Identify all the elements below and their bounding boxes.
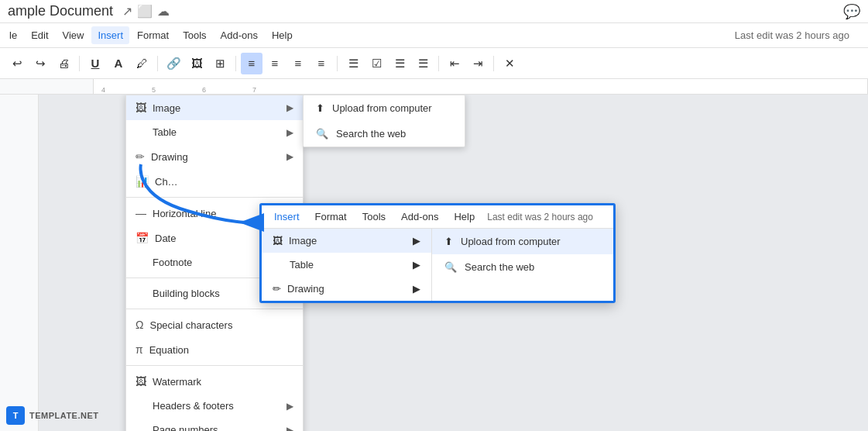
overlay-last-edit: Last edit was 2 hours ago (487, 212, 593, 222)
submenu-search-web-label: Search the web (336, 128, 406, 140)
title-text: ample Document (8, 3, 113, 19)
toolbar-divider-1 (79, 56, 80, 71)
align-right-icon[interactable]: ≡ (287, 53, 309, 74)
submenu-upload[interactable]: ⬆ Upload from computer (304, 95, 465, 121)
chart-menu-icon: 📊 (136, 175, 149, 188)
submenu-upload-label: Upload from computer (332, 102, 432, 114)
menu-date-label: Date (155, 233, 176, 244)
menu-item-help[interactable]: Help (266, 26, 299, 44)
page-numbers-arrow: ▶ (286, 425, 293, 432)
menu-item-tools[interactable]: Tools (177, 26, 212, 44)
overlay-insert[interactable]: Insert (268, 208, 306, 226)
search-web-icon: 🔍 (316, 128, 328, 140)
ruler-mark-4: 4 (101, 86, 105, 94)
menu-hline-label: Horizontal line (153, 208, 216, 219)
table-icon[interactable]: ⊞ (209, 53, 231, 74)
menu-special-chars[interactable]: Ω Special characters (126, 312, 303, 337)
menu-headers-footers[interactable]: Headers & footers ▶ (126, 394, 303, 418)
ruler-mark-7: 7 (252, 86, 256, 94)
ruler-mark-6: 6 (202, 86, 206, 94)
toolbar-divider-5 (438, 56, 439, 71)
left-sidebar (0, 95, 39, 431)
menu-item-insert[interactable]: Insert (91, 26, 129, 44)
overlay-search-web-icon: 🔍 (444, 261, 457, 273)
overlay-drawing-icon: ✏ (273, 283, 281, 295)
link-icon[interactable]: 🔗 (163, 53, 184, 74)
clear-format-icon[interactable]: ✕ (499, 53, 520, 74)
list-icon[interactable]: ☰ (389, 53, 410, 74)
drawing-menu-icon: ✏ (136, 150, 145, 163)
menu-item-edit[interactable]: Edit (25, 26, 54, 44)
numbered-list-icon[interactable]: ☰ (412, 53, 434, 74)
title-bar-icons: ↗ ⬜ ☁ (122, 4, 170, 19)
menu-building-blocks-label: Building blocks (153, 288, 220, 299)
template-logo: T (6, 406, 25, 425)
overlay-menubar: Insert Format Tools Add-ons Help Last ed… (262, 205, 613, 229)
overlay-format[interactable]: Format (309, 208, 353, 226)
image-icon[interactable]: 🖼 (186, 53, 208, 74)
overlay-image-icon: 🖼 (273, 235, 283, 247)
font-color-icon[interactable]: A (108, 53, 129, 74)
menu-chart[interactable]: 📊 Ch… (126, 169, 303, 194)
toolbar: ↩ ↪ 🖨 U A 🖊 🔗 🖼 ⊞ ≡ ≡ ≡ ≡ ☰ ☑ ☰ ☰ ⇤ ⇥ ✕ (0, 48, 868, 79)
overlay-upload-item[interactable]: ⬆ Upload from computer (432, 229, 613, 254)
ruler-mark-5: 5 (152, 86, 156, 94)
menu-equation[interactable]: π Equation (126, 337, 303, 362)
menu-item-view[interactable]: View (57, 26, 91, 44)
highlight-icon[interactable]: 🖊 (131, 53, 153, 74)
template-logo-text: T (13, 411, 19, 420)
indent-more-icon[interactable]: ⇥ (467, 53, 489, 74)
title-bar: ample Document ↗ ⬜ ☁ 💬 (0, 0, 868, 23)
toolbar-divider-4 (337, 56, 338, 71)
menu-headers-footers-label: Headers & footers (153, 400, 234, 412)
trending-icon[interactable]: ↗ (122, 4, 132, 19)
overlay-right-panel: ⬆ Upload from computer 🔍 Search the web (432, 229, 613, 301)
special-chars-icon: Ω (136, 319, 143, 331)
menu-item-file[interactable]: le (3, 26, 23, 44)
submenu-search-web[interactable]: 🔍 Search the web (304, 121, 465, 147)
overlay-drawing-item[interactable]: ✏ Drawing ▶ (262, 277, 431, 301)
menu-watermark[interactable]: 🖼 Watermark (126, 369, 303, 394)
menu-special-chars-label: Special characters (149, 319, 232, 331)
undo-icon[interactable]: ↩ (6, 53, 28, 74)
overlay-tools[interactable]: Tools (356, 208, 392, 226)
menu-item-addons[interactable]: Add-ons (214, 26, 264, 44)
overlay-help[interactable]: Help (448, 208, 481, 226)
overlay-image-arrow: ▶ (413, 235, 420, 247)
menu-image[interactable]: 🖼 Image ▶ (126, 95, 303, 120)
overlay-left-panel: 🖼 Image ▶ Table ▶ ✏ (262, 229, 432, 301)
overlay-image-label: Image (289, 235, 317, 247)
menu-page-numbers-label: Page numbers (153, 424, 218, 431)
align-justify-icon[interactable]: ≡ (310, 53, 332, 74)
redo-icon[interactable]: ↪ (29, 53, 51, 74)
menu-drawing-label: Drawing (151, 151, 188, 163)
window-icon[interactable]: ⬜ (137, 4, 153, 19)
cloud-icon[interactable]: ☁ (157, 4, 170, 19)
overlay-menu: Insert Format Tools Add-ons Help Last ed… (259, 203, 616, 303)
template-badge: T TEMPLATE.NET (6, 406, 99, 425)
menu-equation-label: Equation (149, 344, 189, 356)
date-menu-icon: 📅 (136, 232, 149, 244)
menu-item-format[interactable]: Format (131, 26, 175, 44)
align-center-icon[interactable]: ≡ (264, 53, 286, 74)
ruler: 4 5 6 7 (0, 79, 868, 95)
line-spacing-icon[interactable]: ☰ (342, 53, 364, 74)
headers-footers-arrow: ▶ (286, 401, 293, 412)
underline-icon[interactable]: U (84, 53, 106, 74)
overlay-addons[interactable]: Add-ons (395, 208, 444, 226)
overlay-table-item[interactable]: Table ▶ (262, 253, 431, 277)
overlay-search-web-label: Search the web (465, 261, 534, 273)
menu-table[interactable]: Table ▶ (126, 120, 303, 144)
print-icon[interactable]: 🖨 (53, 53, 74, 74)
template-name: TEMPLATE.NET (29, 411, 99, 420)
overlay-search-web-item[interactable]: 🔍 Search the web (432, 254, 613, 280)
checklist-icon[interactable]: ☑ (365, 53, 387, 74)
indent-less-icon[interactable]: ⇤ (444, 53, 465, 74)
menu-image-label: Image (153, 102, 180, 114)
overlay-image-item[interactable]: 🖼 Image ▶ (262, 229, 431, 253)
align-left-icon[interactable]: ≡ (241, 53, 262, 74)
menu-page-numbers[interactable]: Page numbers ▶ (126, 418, 303, 431)
watermark-icon: 🖼 (136, 375, 146, 388)
comments-icon[interactable]: 💬 (843, 3, 860, 20)
menu-drawing[interactable]: ✏ Drawing ▶ (126, 144, 303, 169)
